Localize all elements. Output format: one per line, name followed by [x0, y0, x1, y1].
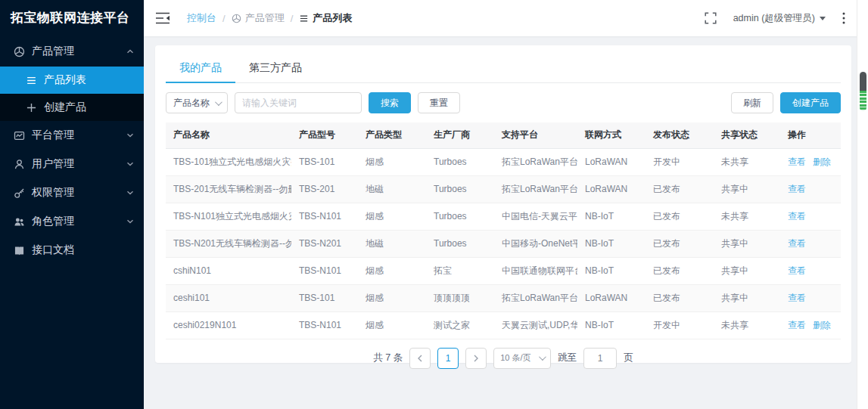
sidebar-item-user-management[interactable]: 用户管理	[0, 150, 144, 178]
header-actions: admin (超级管理员)	[705, 12, 845, 25]
breadcrumb: 控制台 / 产品管理 / 产品列表	[187, 11, 352, 25]
page-number-button[interactable]: 1	[437, 348, 459, 369]
product-icon	[232, 14, 241, 23]
cell-platform: 中国联通物联网平台,...	[494, 257, 577, 284]
cell-model: TBS-101	[291, 148, 358, 175]
sidebar-item-permission-management[interactable]: 权限管理	[0, 178, 144, 207]
table-header: 产品名称产品型号产品类型生产厂商支持平台联网方式发布状态共享状态操作	[166, 122, 841, 148]
sidebar: 拓宝物联网连接平台 产品管理 产品列表 创建产品	[0, 0, 144, 409]
chevron-down-icon	[126, 218, 134, 225]
cell-actions: 查看	[780, 203, 841, 230]
chevron-down-icon	[539, 353, 546, 361]
sidebar-item-api-docs[interactable]: 接口文档	[0, 236, 144, 265]
cell-vendor: Turboes	[426, 203, 494, 230]
cell-platform: 天翼云测试,UDP,华为...	[494, 311, 577, 339]
table-body: TBS-101独立式光电感烟火灾探测...TBS-101烟感Turboes拓宝L…	[166, 148, 841, 339]
sidebar-item-create-product[interactable]: 创建产品	[0, 94, 144, 121]
tab-third-party-products[interactable]: 第三方产品	[235, 55, 316, 82]
cell-publish: 已发布	[646, 284, 714, 311]
cell-type: 烟感	[358, 284, 426, 311]
menu-fold-icon[interactable]	[155, 11, 170, 25]
cell-publish: 开发中	[646, 311, 714, 339]
cell-share: 共享中	[714, 230, 780, 257]
table-row: cshiN101TBS-N101烟感拓宝中国联通物联网平台,...NB-IoT已…	[166, 257, 841, 284]
view-link[interactable]: 查看	[788, 184, 806, 194]
column-header-actions: 操作	[780, 122, 841, 148]
search-field-select[interactable]: 产品名称	[166, 92, 228, 113]
user-menu[interactable]: admin (超级管理员)	[733, 12, 826, 25]
pagination-total: 共 7 条	[373, 352, 403, 364]
cell-name: cshiN101	[166, 257, 291, 284]
view-link[interactable]: 查看	[788, 211, 806, 222]
cell-name: TBS-101独立式光电感烟火灾探测...	[166, 148, 291, 175]
refresh-button[interactable]: 刷新	[731, 92, 773, 113]
cell-share: 共享中	[714, 257, 780, 284]
sidebar-item-product-list[interactable]: 产品列表	[0, 67, 144, 94]
sidebar-item-platform-management[interactable]: 平台管理	[0, 121, 144, 150]
table-row: TBS-N201无线车辆检测器--勿删! ...TBS-N201地磁Turboe…	[166, 230, 841, 257]
cell-model: TBS-N201	[291, 230, 358, 257]
sidebar-item-role-management[interactable]: 角色管理	[0, 207, 144, 236]
tab-my-products[interactable]: 我的产品	[166, 55, 235, 82]
cell-vendor: Turboes	[426, 175, 494, 203]
cell-actions: 查看	[780, 257, 841, 284]
view-link[interactable]: 查看	[788, 320, 806, 330]
more-options-icon[interactable]	[842, 12, 845, 24]
view-link[interactable]: 查看	[788, 238, 806, 249]
cell-actions: 查看	[780, 284, 841, 311]
view-link[interactable]: 查看	[788, 156, 806, 167]
column-header-network: 联网方式	[577, 122, 646, 148]
column-header-model: 产品型号	[291, 122, 358, 148]
cell-vendor: 拓宝	[426, 257, 494, 284]
keyword-input[interactable]	[235, 92, 362, 113]
cell-model: TBS-N101	[291, 311, 358, 339]
column-header-publish: 发布状态	[646, 122, 714, 148]
table-row: TBS-201无线车辆检测器--勿删! ...TBS-201地磁Turboes拓…	[166, 175, 841, 203]
cell-name: TBS-N101独立式光电感烟火灾探...	[166, 203, 291, 230]
scrollbar-thumb[interactable]	[860, 72, 866, 111]
cell-share: 共享中	[714, 175, 780, 203]
cell-publish: 开发中	[646, 148, 714, 175]
column-header-name: 产品名称	[166, 122, 291, 148]
prev-page-button[interactable]	[409, 348, 431, 369]
create-product-button[interactable]: 创建产品	[780, 92, 841, 113]
cell-type: 地磁	[358, 230, 426, 257]
sidebar-item-product-management[interactable]: 产品管理	[0, 36, 144, 67]
cell-platform: 拓宝LoRaWan平台	[494, 148, 577, 175]
sidebar-item-label: 角色管理	[32, 215, 74, 228]
breadcrumb-product-management[interactable]: 产品管理	[232, 11, 285, 25]
sidebar-menu: 产品管理 产品列表 创建产品 平台管理	[0, 36, 144, 265]
chevron-down-icon	[126, 160, 134, 168]
list-icon	[299, 14, 309, 23]
delete-link[interactable]: 删除	[813, 320, 831, 330]
caret-down-icon	[820, 17, 826, 20]
delete-link[interactable]: 删除	[813, 156, 831, 167]
cell-name: TBS-N201无线车辆检测器--勿删! ...	[166, 230, 291, 257]
cell-type: 烟感	[358, 311, 426, 339]
plus-icon	[26, 102, 37, 113]
key-icon	[14, 187, 25, 199]
sidebar-item-label: 用户管理	[32, 157, 74, 171]
user-icon	[14, 159, 25, 170]
cell-network: NB-IoT	[577, 257, 646, 284]
fullscreen-icon[interactable]	[705, 12, 717, 24]
search-button[interactable]: 搜索	[369, 92, 411, 113]
cell-share: 未共享	[714, 203, 780, 230]
next-page-button[interactable]	[465, 348, 487, 369]
sidebar-item-label: 创建产品	[44, 101, 86, 114]
breadcrumb-separator: /	[222, 13, 226, 24]
jump-page-input[interactable]	[583, 348, 617, 369]
breadcrumb-console-link[interactable]: 控制台	[187, 11, 216, 25]
view-link[interactable]: 查看	[788, 293, 806, 303]
reset-button[interactable]: 重置	[418, 92, 460, 113]
top-header: 控制台 / 产品管理 / 产品列表 admin (超级管理员)	[144, 0, 868, 36]
chevron-down-icon	[126, 189, 134, 197]
cell-share: 未共享	[714, 311, 780, 339]
cell-name: TBS-201无线车辆检测器--勿删! ...	[166, 175, 291, 203]
view-link[interactable]: 查看	[788, 265, 806, 276]
cell-model: TBS-101	[291, 284, 358, 311]
scrollbar-track[interactable]	[857, 0, 868, 409]
page-size-select[interactable]: 10 条/页	[493, 348, 551, 369]
cell-vendor: Turboes	[426, 230, 494, 257]
cell-publish: 已发布	[646, 203, 714, 230]
